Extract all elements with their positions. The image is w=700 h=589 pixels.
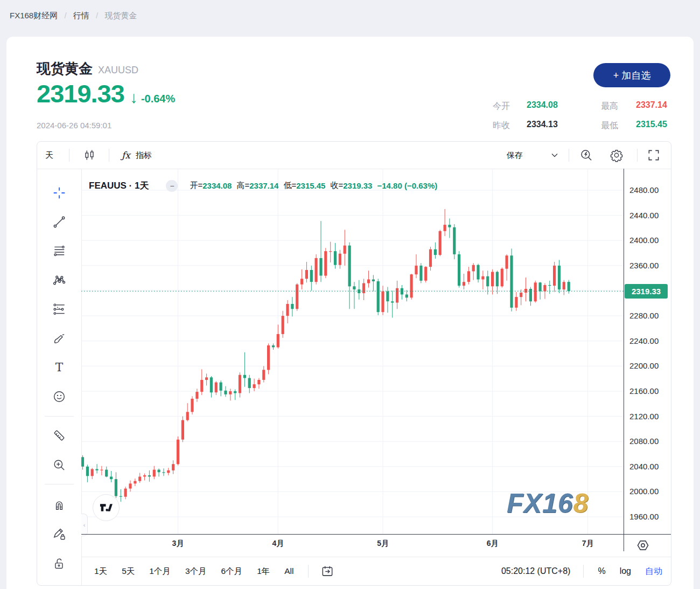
breadcrumb-home[interactable]: FX168财经网 xyxy=(10,11,58,20)
range-5d[interactable]: 5天 xyxy=(122,566,135,577)
percent-scale-button[interactable]: % xyxy=(598,566,605,576)
low-label: 低= xyxy=(283,181,296,191)
more-icon xyxy=(52,584,66,586)
quick-search-button[interactable] xyxy=(579,142,593,169)
position-tool[interactable] xyxy=(51,301,67,317)
chevron-down-icon xyxy=(551,153,558,157)
stat-prevclose-value: 2334.13 xyxy=(527,120,558,129)
legend-hide-button[interactable]: − xyxy=(166,180,178,192)
save-menu-chevron[interactable] xyxy=(551,142,558,169)
auto-scale-button[interactable]: 自动 xyxy=(645,566,662,577)
price-tick: 2360.00 xyxy=(629,261,659,270)
range-3m[interactable]: 3个月 xyxy=(185,566,207,577)
legend-change: −14.80 (−0.63%) xyxy=(377,181,437,190)
close-value: 2319.33 xyxy=(343,181,372,190)
calendar-goto-icon xyxy=(320,564,334,578)
crosshair-tool[interactable] xyxy=(51,185,67,201)
magnet-icon xyxy=(52,497,66,511)
text-icon: T xyxy=(52,361,66,375)
gear-icon xyxy=(610,148,624,162)
range-bar: 1天 5天 1个月 3个月 6个月 1年 All 05:20:12 (UTC+8… xyxy=(81,557,671,585)
tradingview-logo[interactable] xyxy=(93,494,120,521)
fx168-watermark: FX168 xyxy=(507,488,589,519)
candlestick-chart[interactable] xyxy=(81,169,624,534)
chart-style-button[interactable] xyxy=(83,142,96,169)
emoji-tool[interactable] xyxy=(51,389,67,405)
trendline-tool[interactable] xyxy=(51,214,67,230)
measure-tool[interactable] xyxy=(51,427,67,444)
indicators-button[interactable]: ƒx 指标 xyxy=(122,142,152,169)
unlock-icon xyxy=(52,557,66,571)
stat-open-label: 今开 xyxy=(493,101,510,112)
down-arrow-icon: ↓ xyxy=(130,88,138,107)
price-tick: 2120.00 xyxy=(629,412,659,421)
toolbar-divider xyxy=(69,149,69,162)
breadcrumb-separator: / xyxy=(64,11,66,20)
price-tick: 2200.00 xyxy=(629,361,659,370)
crosshair-icon xyxy=(52,186,66,200)
price-tick: 2280.00 xyxy=(629,311,659,320)
forecast-icon xyxy=(52,302,66,316)
price-tick: 2040.00 xyxy=(629,462,659,471)
open-label: 开= xyxy=(190,181,202,191)
month-tick: 6月 xyxy=(482,539,503,549)
last-price: 2319.33 xyxy=(37,80,124,108)
breadcrumb-quotes[interactable]: 行情 xyxy=(73,11,89,20)
stat-low-label: 最低 xyxy=(601,120,618,131)
chart-legend: FEAUUS · 1天 − 开=2334.08 高=2337.14 低=2315… xyxy=(89,179,437,192)
price-tick: 2400.00 xyxy=(629,235,659,245)
goto-date-button[interactable] xyxy=(320,564,334,578)
save-button[interactable]: 保存 xyxy=(507,142,523,169)
current-price-tag: 2319.33 xyxy=(625,284,668,299)
low-value: 2315.45 xyxy=(296,181,325,190)
flash-search-icon xyxy=(579,148,593,162)
price-row: 2319.33 ↓ -0.64% xyxy=(37,80,175,108)
range-1d[interactable]: 1天 xyxy=(94,566,107,577)
range-all[interactable]: All xyxy=(284,566,293,576)
close-label: 收= xyxy=(330,181,343,191)
more-tools[interactable] xyxy=(51,583,67,586)
price-tick: 2080.00 xyxy=(629,436,659,446)
breadcrumb: FX168财经网 / 行情 / 现货黄金 xyxy=(10,11,137,21)
text-tool[interactable]: T xyxy=(51,359,67,376)
log-scale-button[interactable]: log xyxy=(620,566,631,576)
chart-plot-area[interactable]: FX168 FEAUUS · 1天 − 开=2334.08 高=2337.14 … xyxy=(81,169,624,534)
brush-icon xyxy=(52,331,66,345)
fx-icon: ƒx xyxy=(122,150,130,161)
price-tick: 2160.00 xyxy=(629,386,659,396)
pattern-tool[interactable] xyxy=(51,272,67,288)
stat-open-value: 2334.08 xyxy=(527,100,558,110)
range-6m[interactable]: 6个月 xyxy=(221,566,243,577)
month-tick: 5月 xyxy=(372,539,394,549)
scale-settings-button[interactable] xyxy=(635,537,651,553)
horizontal-lines-icon xyxy=(52,244,66,258)
xabcd-pattern-icon xyxy=(52,273,66,287)
interval-button[interactable]: 天 xyxy=(45,142,53,169)
edit-lock-tool[interactable] xyxy=(51,526,67,542)
stat-prevclose-label: 昨收 xyxy=(493,120,510,131)
price-tick: 2000.00 xyxy=(629,487,659,496)
add-watchlist-button[interactable]: + 加自选 xyxy=(593,63,670,87)
price-axis[interactable]: 2480.002440.002400.002360.002280.002240.… xyxy=(624,169,671,534)
trend-line-icon xyxy=(52,215,66,229)
range-1y[interactable]: 1年 xyxy=(257,566,270,577)
lock-all-tool[interactable] xyxy=(51,556,67,572)
toolbar-collapse-handle[interactable]: ‹ xyxy=(81,514,88,536)
toolbar-divider xyxy=(569,149,569,162)
month-tick: 7月 xyxy=(577,539,599,549)
session-clock[interactable]: 05:20:12 (UTC+8) xyxy=(501,566,571,576)
brush-tool[interactable] xyxy=(51,330,67,347)
hexagon-adjust-icon xyxy=(635,537,651,553)
fullscreen-button[interactable] xyxy=(647,142,661,169)
zoom-in-tool[interactable] xyxy=(51,457,67,473)
month-tick: 4月 xyxy=(267,539,289,549)
settings-button[interactable] xyxy=(610,142,624,169)
magnet-tool[interactable] xyxy=(51,496,67,512)
month-tick: 3月 xyxy=(167,539,189,549)
open-value: 2334.08 xyxy=(202,181,232,190)
range-1m[interactable]: 1个月 xyxy=(149,566,171,577)
time-axis[interactable]: 3月4月5月6月7月 xyxy=(81,534,671,557)
fib-lines-tool[interactable] xyxy=(51,243,67,259)
instrument-title: 现货黄金XAUUSD xyxy=(37,59,138,78)
pencil-lock-icon xyxy=(52,527,66,541)
